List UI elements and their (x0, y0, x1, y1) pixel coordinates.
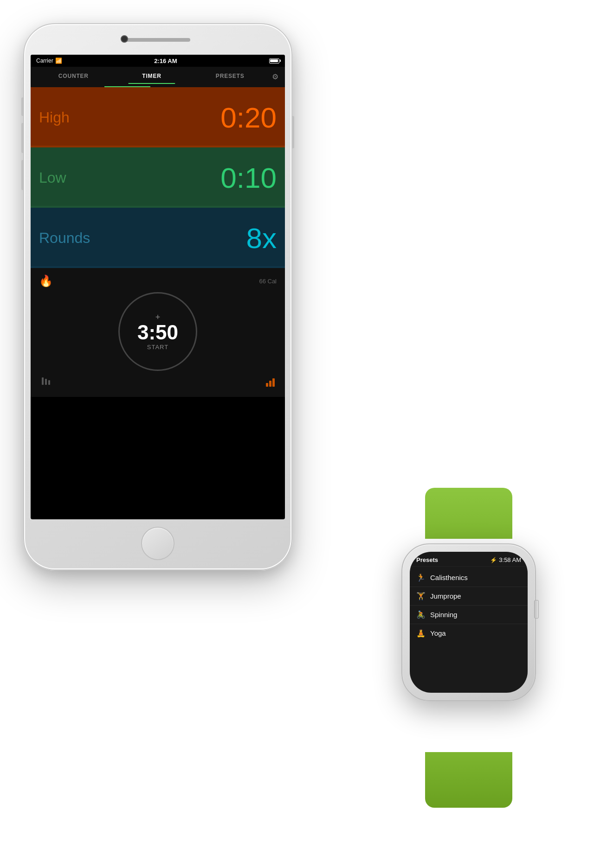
total-time: 3:50 (137, 322, 178, 343)
carrier-label: Carrier (36, 57, 53, 64)
calisthenics-icon: 🏃 (416, 573, 426, 582)
wifi-icon: 📶 (55, 57, 62, 64)
watch-title: Presets (416, 556, 438, 563)
spinning-icon: 🚴 (416, 610, 426, 619)
rounds-value: 8x (246, 222, 277, 255)
iphone-vol-up-button[interactable] (21, 123, 23, 153)
svg-rect-0 (42, 377, 44, 385)
iphone-mute-button[interactable] (21, 97, 23, 116)
watch-screen: Presets ⚡ 3:58 AM 🏃 Calisthenics 🏋 Jumpr… (410, 552, 528, 693)
watch-time: 3:58 AM (499, 556, 521, 563)
bar1 (266, 383, 268, 387)
start-button[interactable]: + 3:50 START (118, 292, 197, 371)
watch-band-bottom (425, 752, 512, 808)
battery-fill (270, 59, 278, 62)
iphone: Carrier 📶 2:16 AM COUNTER TIMER PRESETS … (23, 23, 292, 570)
watch-list-item[interactable]: 🧘 Yoga (410, 624, 528, 642)
battery-shape (269, 58, 279, 64)
watch-time-area: ⚡ 3:58 AM (490, 556, 521, 563)
timer-section-low[interactable]: Low 0:10 (31, 147, 285, 208)
bar3 (272, 378, 275, 387)
watch-list-item[interactable]: 🚴 Spinning (410, 606, 528, 624)
watch-crown[interactable] (534, 600, 539, 619)
presets-list-icon[interactable] (41, 376, 52, 389)
yoga-label: Yoga (430, 629, 446, 637)
nav-tabs: COUNTER TIMER PRESETS ⚙ (31, 67, 285, 86)
jumprope-icon: 🏋 (416, 592, 426, 600)
low-value: 0:10 (220, 161, 277, 194)
timer-section-high[interactable]: High 0:20 (31, 87, 285, 147)
watch-status-bar: Presets ⚡ 3:58 AM (410, 552, 528, 566)
tab-counter[interactable]: COUNTER (34, 73, 113, 80)
spinning-label: Spinning (430, 611, 457, 619)
high-label: High (39, 109, 70, 126)
bottom-section: 🔥 66 Cal + 3:50 START (31, 268, 285, 397)
bottom-icons-row (35, 371, 280, 392)
status-time: 2:16 AM (154, 57, 177, 64)
calisthenics-label: Calisthenics (430, 574, 468, 581)
tab-presets[interactable]: PRESETS (191, 73, 269, 80)
apple-watch: Presets ⚡ 3:58 AM 🏃 Calisthenics 🏋 Jumpr… (371, 525, 566, 766)
iphone-camera (121, 35, 128, 43)
tab-timer[interactable]: TIMER (113, 73, 191, 80)
status-carrier: Carrier 📶 (36, 57, 62, 64)
high-value: 0:20 (220, 101, 277, 134)
iphone-screen: Carrier 📶 2:16 AM COUNTER TIMER PRESETS … (31, 55, 285, 519)
start-label: START (147, 344, 168, 351)
svg-rect-2 (48, 380, 50, 385)
yoga-icon: 🧘 (416, 629, 426, 638)
bar2 (269, 381, 271, 387)
iphone-home-button[interactable] (141, 527, 174, 560)
watch-band-top (425, 488, 512, 539)
stats-icon (266, 378, 275, 387)
cal-row: 🔥 66 Cal (35, 273, 280, 289)
status-bar: Carrier 📶 2:16 AM (31, 55, 285, 67)
bolt-icon: ⚡ (490, 557, 497, 563)
flame-icon: 🔥 (39, 274, 53, 287)
svg-rect-1 (45, 379, 47, 385)
iphone-speaker (125, 38, 190, 42)
watch-list: 🏃 Calisthenics 🏋 Jumprope 🚴 Spinning 🧘 Y… (410, 567, 528, 644)
cal-text: 66 Cal (259, 278, 277, 285)
nav-tabs-container: COUNTER TIMER PRESETS ⚙ (31, 67, 285, 87)
battery-indicator (269, 58, 279, 64)
watch-list-item[interactable]: 🏋 Jumprope (410, 587, 528, 606)
iphone-vol-down-button[interactable] (21, 160, 23, 190)
watch-case: Presets ⚡ 3:58 AM 🏃 Calisthenics 🏋 Jumpr… (401, 543, 536, 701)
gear-icon[interactable]: ⚙ (269, 72, 281, 81)
iphone-power-button[interactable] (292, 116, 294, 148)
timer-section-rounds[interactable]: Rounds 8x (31, 208, 285, 268)
jumprope-label: Jumprope (430, 592, 461, 600)
low-label: Low (39, 169, 66, 186)
rounds-label: Rounds (39, 230, 90, 247)
scene: Carrier 📶 2:16 AM COUNTER TIMER PRESETS … (0, 0, 594, 868)
watch-list-item[interactable]: 🏃 Calisthenics (410, 568, 528, 587)
